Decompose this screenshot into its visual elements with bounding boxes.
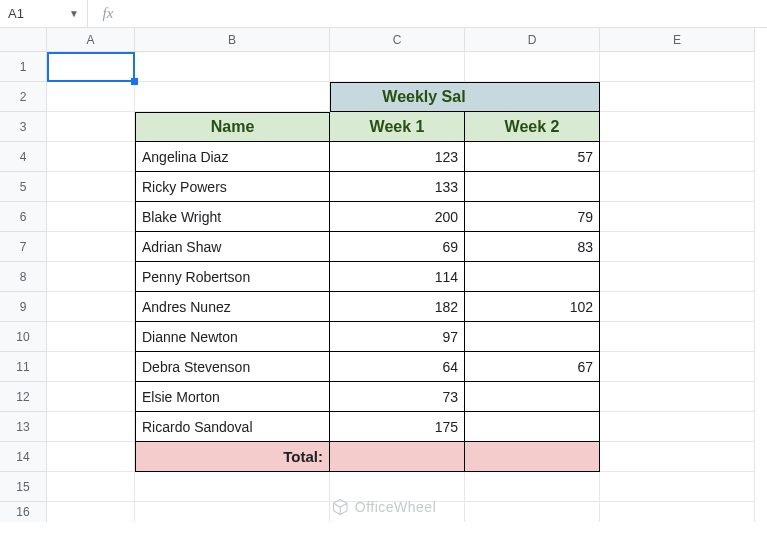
cell-w1[interactable]: 123 bbox=[330, 142, 465, 172]
cell[interactable] bbox=[330, 502, 465, 522]
cell[interactable] bbox=[600, 322, 755, 352]
cell-w2[interactable]: 57 bbox=[465, 142, 600, 172]
row-header[interactable]: 8 bbox=[0, 262, 47, 292]
cell[interactable] bbox=[600, 262, 755, 292]
cell-w2[interactable] bbox=[465, 322, 600, 352]
col-header-A[interactable]: A bbox=[47, 28, 135, 52]
row-header[interactable]: 5 bbox=[0, 172, 47, 202]
cell-w1[interactable]: 97 bbox=[330, 322, 465, 352]
cell-w1[interactable]: 64 bbox=[330, 352, 465, 382]
cell-w2[interactable]: 83 bbox=[465, 232, 600, 262]
header-weekly-span[interactable] bbox=[465, 82, 600, 112]
cell[interactable] bbox=[600, 502, 755, 522]
cell[interactable] bbox=[465, 52, 600, 82]
cell-name[interactable]: Andres Nunez bbox=[135, 292, 330, 322]
row-header[interactable]: 7 bbox=[0, 232, 47, 262]
cell-w2[interactable] bbox=[465, 412, 600, 442]
row-header[interactable]: 4 bbox=[0, 142, 47, 172]
cell-w2[interactable]: 79 bbox=[465, 202, 600, 232]
cell[interactable] bbox=[600, 292, 755, 322]
cell[interactable] bbox=[465, 502, 600, 522]
cell[interactable] bbox=[600, 232, 755, 262]
cell[interactable] bbox=[135, 502, 330, 522]
cell[interactable] bbox=[600, 382, 755, 412]
cell-w2[interactable]: 102 bbox=[465, 292, 600, 322]
cell[interactable] bbox=[600, 442, 755, 472]
cell[interactable] bbox=[47, 472, 135, 502]
chevron-down-icon[interactable]: ▼ bbox=[69, 8, 79, 19]
cell-w2[interactable] bbox=[465, 262, 600, 292]
row-header[interactable]: 13 bbox=[0, 412, 47, 442]
name-box[interactable]: A1 ▼ bbox=[0, 0, 88, 27]
col-header-B[interactable]: B bbox=[135, 28, 330, 52]
row-header[interactable]: 1 bbox=[0, 52, 47, 82]
cell[interactable] bbox=[47, 442, 135, 472]
cell[interactable] bbox=[330, 472, 465, 502]
cell[interactable] bbox=[47, 502, 135, 522]
cell[interactable] bbox=[135, 82, 330, 112]
header-week1[interactable]: Week 1 bbox=[330, 112, 465, 142]
cell[interactable] bbox=[47, 262, 135, 292]
cell[interactable] bbox=[600, 412, 755, 442]
cell[interactable] bbox=[47, 382, 135, 412]
header-week2[interactable]: Week 2 bbox=[465, 112, 600, 142]
cell-name[interactable]: Ricardo Sandoval bbox=[135, 412, 330, 442]
cell[interactable] bbox=[47, 172, 135, 202]
row-header[interactable]: 2 bbox=[0, 82, 47, 112]
cell-name[interactable]: Blake Wright bbox=[135, 202, 330, 232]
header-name[interactable]: Name bbox=[135, 112, 330, 142]
cell[interactable] bbox=[135, 472, 330, 502]
row-header[interactable]: 15 bbox=[0, 472, 47, 502]
cell-w2[interactable] bbox=[465, 172, 600, 202]
cell[interactable] bbox=[600, 172, 755, 202]
cell[interactable] bbox=[47, 292, 135, 322]
row-header[interactable]: 3 bbox=[0, 112, 47, 142]
cell[interactable] bbox=[47, 412, 135, 442]
cell-name[interactable]: Ricky Powers bbox=[135, 172, 330, 202]
row-header[interactable]: 6 bbox=[0, 202, 47, 232]
row-header[interactable]: 16 bbox=[0, 502, 47, 522]
row-header[interactable]: 10 bbox=[0, 322, 47, 352]
cell-w1[interactable]: 69 bbox=[330, 232, 465, 262]
total-w2[interactable] bbox=[465, 442, 600, 472]
row-header[interactable]: 12 bbox=[0, 382, 47, 412]
cell[interactable] bbox=[600, 142, 755, 172]
col-header-E[interactable]: E bbox=[600, 28, 755, 52]
select-all-corner[interactable] bbox=[0, 28, 47, 52]
row-header[interactable]: 9 bbox=[0, 292, 47, 322]
cell-w2[interactable]: 67 bbox=[465, 352, 600, 382]
cell[interactable] bbox=[600, 82, 755, 112]
cell[interactable] bbox=[47, 52, 135, 82]
row-header[interactable]: 11 bbox=[0, 352, 47, 382]
cell[interactable] bbox=[330, 52, 465, 82]
cell[interactable] bbox=[47, 142, 135, 172]
cell-name[interactable]: Debra Stevenson bbox=[135, 352, 330, 382]
cell[interactable] bbox=[47, 82, 135, 112]
total-w1[interactable] bbox=[330, 442, 465, 472]
cell[interactable] bbox=[600, 352, 755, 382]
cell-w1[interactable]: 114 bbox=[330, 262, 465, 292]
cell-w1[interactable]: 73 bbox=[330, 382, 465, 412]
cell-w1[interactable]: 200 bbox=[330, 202, 465, 232]
row-header[interactable]: 14 bbox=[0, 442, 47, 472]
cell[interactable] bbox=[47, 322, 135, 352]
total-label[interactable]: Total: bbox=[135, 442, 330, 472]
cell-name[interactable]: Adrian Shaw bbox=[135, 232, 330, 262]
header-weekly[interactable]: Weekly Sales Amount bbox=[330, 82, 465, 112]
cell-w1[interactable]: 133 bbox=[330, 172, 465, 202]
cell[interactable] bbox=[465, 472, 600, 502]
cell-name[interactable]: Elsie Morton bbox=[135, 382, 330, 412]
cell-w2[interactable] bbox=[465, 382, 600, 412]
cell-w1[interactable]: 175 bbox=[330, 412, 465, 442]
cell[interactable] bbox=[600, 472, 755, 502]
spreadsheet-grid[interactable]: A B C D E 1 2 Weekly Sales Amount 3 bbox=[0, 28, 767, 522]
cell[interactable] bbox=[47, 112, 135, 142]
cell[interactable] bbox=[47, 352, 135, 382]
col-header-C[interactable]: C bbox=[330, 28, 465, 52]
cell[interactable] bbox=[47, 232, 135, 262]
col-header-D[interactable]: D bbox=[465, 28, 600, 52]
cell[interactable] bbox=[47, 202, 135, 232]
cell-name[interactable]: Penny Robertson bbox=[135, 262, 330, 292]
cell[interactable] bbox=[135, 52, 330, 82]
cell[interactable] bbox=[600, 112, 755, 142]
